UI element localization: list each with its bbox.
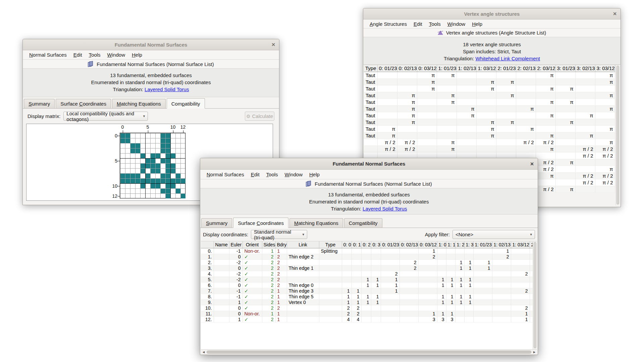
tab-matching-equations[interactable]: Matching Equations [289, 218, 343, 228]
tab-compatibility[interactable]: Compatibility [167, 98, 205, 109]
table-row[interactable]: Tautππππ [364, 119, 615, 125]
table-row[interactable]: π / 2π / 2ππ / 2π / 2π [364, 139, 615, 145]
triangulation-link[interactable]: Layered Solid Torus [363, 206, 407, 212]
cell [214, 248, 229, 254]
titlebar[interactable]: Fundamental Normal Surfaces ✕ [23, 39, 279, 50]
cell [342, 259, 352, 265]
table-row[interactable]: Tautππππ [364, 92, 615, 99]
menu-tools[interactable]: Tools [263, 171, 281, 178]
table-row[interactable]: 7.-1✓21Thin edge 31112 [201, 288, 533, 294]
cell [492, 259, 511, 265]
table-row[interactable]: 8.-1✓21Thin edge 511111111 [201, 294, 533, 299]
table-row[interactable]: Tautππππ [364, 78, 615, 85]
column-header: 2: 02/13 [516, 65, 536, 72]
cell: π [555, 186, 575, 192]
cell: 1 [455, 299, 464, 305]
table-row[interactable]: 4.-2✓2222 [201, 271, 533, 277]
table-row[interactable]: Tautππππ [364, 112, 615, 119]
cell: 2 [511, 271, 530, 277]
menu-tools[interactable]: Tools [426, 20, 444, 28]
table-row[interactable]: Tautππππ [364, 72, 615, 78]
cell: 2 [342, 311, 352, 316]
table-row[interactable]: π / 2π / 2πππ / 2π / 2 [364, 145, 615, 152]
tab-surface-coordinates[interactable]: Surface Coordinates [233, 218, 288, 228]
cell: ✓ [243, 294, 262, 299]
menu-help[interactable]: Help [128, 51, 146, 59]
menu-normal-surfaces[interactable]: Normal Surfaces [26, 51, 70, 59]
menu-help[interactable]: Help [469, 20, 486, 28]
normal-surface-list-icon [306, 181, 312, 187]
close-icon[interactable]: ✕ [271, 39, 275, 50]
cell: 1 [511, 316, 530, 322]
tab-summary[interactable]: Summary [24, 99, 55, 108]
axis-tick [117, 161, 120, 161]
matrix-cell [136, 174, 140, 178]
table-row[interactable]: Tautππππ [364, 105, 615, 112]
cell: π / 2 [516, 139, 536, 145]
menu-window[interactable]: Window [444, 20, 469, 28]
menu-window[interactable]: Window [281, 171, 306, 178]
cell [446, 248, 455, 254]
menu-help[interactable]: Help [306, 171, 323, 178]
matrix-cell [176, 179, 180, 183]
close-icon[interactable]: ✕ [530, 158, 534, 169]
scroll-left-icon[interactable]: ◀ [201, 350, 206, 354]
cell [399, 316, 418, 322]
tab-bar: SummarySurface CoordinatesMatching Equat… [200, 215, 538, 228]
table-row[interactable]: 2.-2✓222111 [201, 259, 533, 265]
menu-edit[interactable]: Edit [70, 51, 86, 59]
triangulation-link[interactable]: Whitehead Link Complement [475, 56, 540, 61]
scroll-right-icon[interactable]: ▶ [532, 350, 537, 354]
table-row[interactable]: 9.1✓21Vertex 011111111 [201, 299, 533, 305]
cell [492, 282, 511, 288]
table-row[interactable]: Tautππππ [364, 132, 615, 139]
matrix-cell [161, 179, 165, 183]
table-row[interactable]: Tautππππ [364, 99, 615, 105]
vertical-scrollbar[interactable] [615, 65, 620, 205]
titlebar[interactable]: Fundamental Normal Surfaces ✕ [200, 158, 538, 170]
cell: 0 [229, 254, 243, 259]
tab-compatibility[interactable]: Compatibility [344, 218, 382, 228]
cell [418, 265, 437, 271]
cell [476, 145, 496, 152]
tab-surface-coordinates[interactable]: Surface Coordinates [56, 99, 111, 108]
vertical-scrollbar[interactable] [533, 241, 537, 349]
display-matrix-label: Display matrix: [28, 113, 60, 119]
table-row[interactable]: 0.-1Non-or.11Splitting11 [201, 248, 533, 254]
table-row[interactable]: 10.0✓22222 [201, 305, 533, 311]
tab-summary[interactable]: Summary [201, 218, 232, 228]
table-row[interactable]: Tautππππ [364, 85, 615, 92]
menu-edit[interactable]: Edit [248, 171, 263, 178]
cell: -2 [229, 277, 243, 282]
cell [437, 305, 446, 311]
table-row[interactable]: 1.0✓22Thin edge 222 [201, 254, 533, 259]
triangulation-link[interactable]: Layered Solid Torus [145, 86, 189, 92]
scrollbar-thumb[interactable] [534, 242, 536, 348]
horizontal-scrollbar[interactable]: ◀ ▶ [201, 349, 537, 354]
menu-edit[interactable]: Edit [410, 20, 426, 28]
menu-window[interactable]: Window [104, 51, 128, 59]
tab-matching-equations[interactable]: Matching Equations [112, 99, 166, 108]
menu-angle-structures[interactable]: Angle Structures [366, 20, 410, 28]
menu-normal-surfaces[interactable]: Normal Surfaces [203, 171, 248, 178]
table-row[interactable]: 6.0✓22Thin edge 01111111 [201, 282, 533, 288]
apply-filter-select[interactable]: <None> ▾ [452, 230, 535, 239]
table-row[interactable]: 5.-2✓221111111 [201, 277, 533, 282]
calculate-button[interactable]: ⚙ Calculate [245, 112, 274, 121]
display-matrix-select[interactable]: Local compatibility (quads and octagons)… [63, 112, 148, 121]
close-icon[interactable]: ✕ [613, 8, 617, 19]
cell [473, 305, 492, 311]
menu-tools[interactable]: Tools [86, 51, 104, 59]
scrollbar-thumb[interactable] [616, 66, 619, 204]
table-row[interactable]: 3.0✓22Thin edge 12111 [201, 265, 533, 271]
display-coordinates-select[interactable]: Standard normal (tri-quad) ▾ [251, 230, 307, 239]
table-row[interactable]: Tautππππ [364, 125, 615, 132]
cell: 1 [446, 282, 455, 288]
titlebar[interactable]: Vertex angle structures ✕ [363, 8, 621, 19]
cell [473, 311, 492, 316]
scrollbar-thumb[interactable] [207, 351, 531, 354]
cell [555, 72, 575, 78]
matrix-cell [151, 164, 155, 168]
table-row[interactable]: 11.0Non-or.11221111 [201, 311, 533, 316]
table-row[interactable]: 12.1✓21443331 [201, 316, 533, 322]
